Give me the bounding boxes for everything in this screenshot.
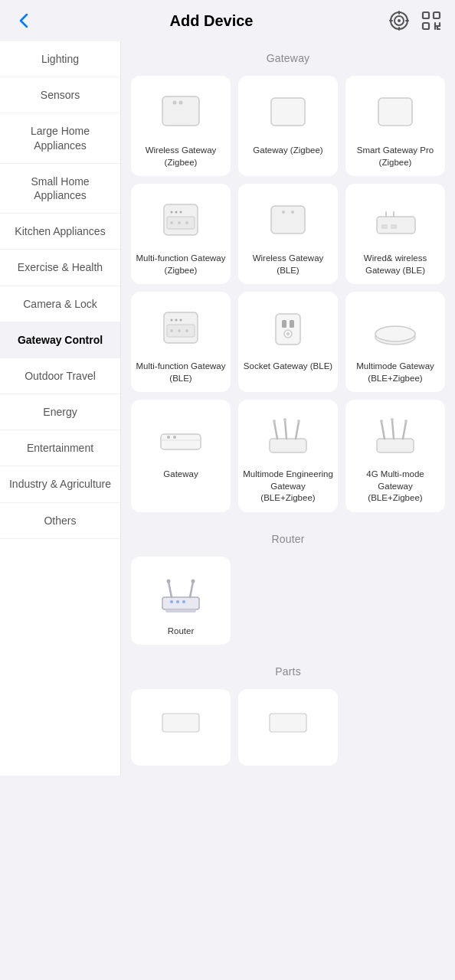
device-smart-gateway-pro[interactable]: Smart Gateway Pro (Zigbee) [345,76,445,176]
scan-icon[interactable] [420,9,443,32]
device-multifunction-ble[interactable]: Multi-function Gateway (BLE) [131,292,231,392]
svg-line-65 [392,420,394,439]
device-multifunction-zigbee[interactable]: Multi-function Gateway (Zigbee) [131,184,231,284]
device-4g-multimode[interactable]: 4G Multi-mode Gateway (BLE+Zigbee) [345,400,445,512]
target-icon[interactable] [388,9,411,32]
smart-gateway-pro-icon [368,85,422,139]
svg-point-69 [404,420,408,423]
svg-point-43 [178,329,181,332]
sidebar-item-exercise[interactable]: Exercise & Health [0,250,120,286]
svg-rect-46 [282,320,286,328]
svg-point-31 [291,211,294,214]
svg-line-57 [274,422,277,439]
svg-line-73 [190,582,193,597]
device-socket-gateway[interactable]: Socket Gateway (BLE) [238,292,338,392]
sidebar-item-entertainment[interactable]: Entertainment [0,430,120,466]
svg-point-68 [391,418,394,421]
gateway-plain-label: Gateway [163,469,198,481]
svg-point-30 [282,211,285,214]
device-multimode-engineering[interactable]: Multimode Engineering Gateway (BLE+Zigbe… [238,400,338,512]
multimode-engineering-icon [261,409,315,462]
multimode-engineering-label: Multimode Engineering Gateway (BLE+Zigbe… [243,469,333,505]
svg-point-61 [283,418,286,421]
device-gateway-zigbee[interactable]: Gateway (Zigbee) [238,76,338,176]
multimode-gateway-label: Multimode Gateway (BLE+Zigbee) [350,361,440,384]
svg-point-62 [297,420,300,423]
sidebar-item-others[interactable]: Others [0,503,120,539]
svg-rect-47 [290,320,294,328]
sidebar-item-large-home[interactable]: Large Home Appliances [0,113,120,163]
content-area: Gateway Wireless Gateway (Zigbee) [121,41,455,776]
svg-point-60 [273,420,276,423]
main-layout: Lighting Sensors Large Home Appliances S… [0,41,455,776]
socket-gateway-label: Socket Gateway (BLE) [244,361,332,373]
sidebar-item-outdoor[interactable]: Outdoor Travel [0,358,120,394]
device-wireless-gateway-ble[interactable]: Wireless Gateway (BLE) [238,184,338,284]
svg-point-49 [286,332,290,335]
svg-point-55 [173,436,176,439]
svg-point-28 [185,221,188,224]
svg-point-39 [175,319,178,322]
svg-point-40 [180,319,182,322]
gateway-zigbee-label: Gateway (Zigbee) [253,145,322,157]
router-icon [154,566,208,619]
sidebar-item-kitchen[interactable]: Kitchen Appliances [0,214,120,250]
gateway-plain-icon [154,409,208,462]
svg-point-67 [380,420,383,423]
parts-placeholder2-icon [261,698,315,752]
svg-point-77 [176,600,179,603]
svg-rect-71 [165,609,196,612]
device-wired-wireless-ble[interactable]: Wired& wireless Gateway (BLE) [345,184,445,284]
sidebar-item-energy[interactable]: Energy [0,394,120,430]
smart-gateway-pro-label: Smart Gateway Pro (Zigbee) [350,145,440,168]
device-parts-placeholder2[interactable] [238,689,338,766]
header-actions [388,9,443,32]
device-router[interactable]: Router [131,557,231,645]
svg-rect-34 [391,224,397,229]
svg-rect-33 [381,224,388,229]
svg-rect-9 [423,23,429,29]
svg-point-75 [191,579,195,583]
back-button[interactable] [12,9,35,32]
svg-point-78 [182,600,185,603]
multimode-gateway-icon [368,301,422,354]
svg-rect-80 [270,714,306,732]
device-gateway-plain[interactable]: Gateway [131,400,231,512]
sidebar-item-camera[interactable]: Camera & Lock [0,286,120,322]
svg-point-54 [167,436,170,439]
gateway-zigbee-icon [261,85,315,139]
wireless-gateway-zigbee-label: Wireless Gateway (Zigbee) [136,145,226,168]
svg-point-22 [171,211,173,214]
svg-rect-63 [377,439,414,452]
svg-point-26 [170,221,173,224]
svg-rect-56 [270,439,306,452]
svg-point-42 [170,329,173,332]
svg-point-24 [180,211,182,214]
parts-section-header: Parts [121,655,455,685]
svg-line-58 [285,420,286,439]
sidebar-item-industry[interactable]: Industry & Agriculture [0,466,120,502]
wired-wireless-ble-label: Wired& wireless Gateway (BLE) [350,253,440,276]
sidebar-item-lighting[interactable]: Lighting [0,41,120,77]
device-multimode-gateway[interactable]: Multimode Gateway (BLE+Zigbee) [345,292,445,392]
parts-devices-grid [121,685,455,776]
svg-point-27 [178,221,181,224]
sidebar-item-gateway[interactable]: Gateway Control [0,322,120,358]
sidebar-item-small-home[interactable]: Small Home Appliances [0,164,120,214]
svg-rect-52 [161,434,201,449]
router-section-header: Router [121,522,455,553]
svg-point-74 [167,579,171,583]
svg-point-51 [375,326,415,341]
svg-line-72 [169,582,172,597]
svg-point-2 [398,19,401,22]
device-wireless-gateway-zigbee[interactable]: Wireless Gateway (Zigbee) [131,76,231,176]
router-devices-grid: Router [121,553,455,655]
device-parts-placeholder1[interactable] [131,689,231,766]
svg-line-66 [403,422,406,439]
svg-rect-79 [162,714,199,732]
sidebar-item-sensors[interactable]: Sensors [0,77,120,113]
multifunction-ble-label: Multi-function Gateway (BLE) [136,361,226,384]
parts-placeholder1-icon [154,698,208,752]
wireless-gateway-ble-label: Wireless Gateway (BLE) [243,253,333,276]
svg-rect-19 [378,98,412,126]
